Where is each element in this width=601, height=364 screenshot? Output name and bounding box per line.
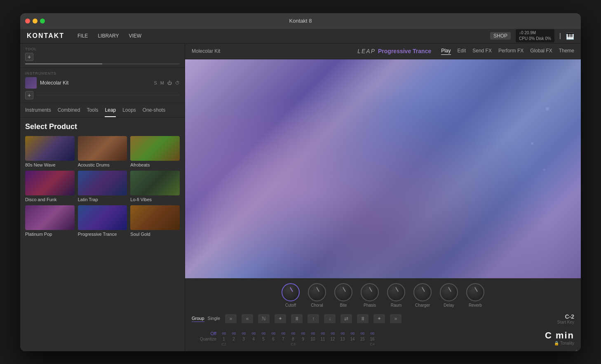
- sidebar-instruments-section: INSTRUMENTS Molecolar Kit S M ⏻ ⏱ +: [20, 68, 185, 103]
- step-8[interactable]: ∞ 8 C3: [289, 330, 297, 346]
- window-title: Kontakt 8: [289, 18, 312, 24]
- maximize-btn[interactable]: [40, 19, 45, 23]
- tab-perform-fx[interactable]: Perform FX: [498, 48, 524, 55]
- group-button[interactable]: Group: [192, 316, 204, 322]
- tab-tools[interactable]: Tools: [87, 107, 98, 117]
- ctrl-waveform[interactable]: ℕ: [258, 314, 270, 323]
- ctrl-pause[interactable]: ⏸: [291, 314, 303, 323]
- reverb-knob[interactable]: [466, 283, 484, 301]
- ctrl-sparkle2[interactable]: ✦: [373, 314, 385, 323]
- menu-file[interactable]: FILE: [77, 33, 88, 39]
- product-80s[interactable]: 80s New Wave: [25, 136, 75, 167]
- instrument-header: Molecolar Kit LEAP Progressive Trance Pl…: [185, 44, 581, 59]
- ctrl-sparkle[interactable]: ✦: [275, 314, 286, 323]
- ctrl-rewind[interactable]: «: [242, 314, 253, 323]
- solo-btn[interactable]: S: [154, 80, 157, 85]
- step-3[interactable]: ∞ 3: [239, 330, 248, 346]
- step-11[interactable]: ∞ 11: [319, 330, 327, 346]
- product-grid: 80s New Wave Acoustic Drums Afrobeats Di…: [25, 136, 180, 237]
- resize-icon[interactable]: ⊿: [574, 348, 578, 351]
- warn-icon: |: [559, 32, 561, 40]
- ctrl-pause2[interactable]: ⏸: [357, 314, 369, 323]
- tonality-label: 🔒 Tonality: [541, 341, 574, 345]
- raum-label: Raum: [391, 303, 402, 308]
- settings-btn[interactable]: ⏱: [175, 80, 180, 85]
- product-afrobeats[interactable]: Afrobeats: [130, 136, 180, 167]
- tab-play[interactable]: Play: [441, 48, 451, 55]
- tab-combined[interactable]: Combined: [58, 107, 80, 117]
- tool-slider[interactable]: [25, 63, 180, 64]
- shop-button[interactable]: SHOP: [490, 32, 511, 40]
- tab-send-fx[interactable]: Send FX: [472, 48, 492, 55]
- close-btn[interactable]: [25, 19, 30, 23]
- step-7[interactable]: ∞ 7: [279, 330, 287, 346]
- power-btn[interactable]: ⏻: [167, 80, 172, 85]
- instrument-add-button[interactable]: +: [25, 91, 33, 99]
- main-content: TOOL + INSTRUMENTS Molecolar Kit S M ⏻ ⏱: [20, 44, 581, 351]
- ctrl-swap[interactable]: ⇄: [340, 314, 352, 323]
- instruments-label: INSTRUMENTS: [25, 71, 180, 75]
- titlebar: Kontakt 8: [20, 13, 581, 29]
- audio-info: ↓0 20.9M: [519, 30, 551, 36]
- seq-labels: Off Quantize: [192, 330, 216, 341]
- product-disco[interactable]: Disco and Funk: [25, 171, 75, 202]
- step-4[interactable]: ∞ 4: [249, 330, 258, 346]
- instrument-add-line: [37, 95, 180, 96]
- menubar: KONTAKT FILE LIBRARY VIEW SHOP ↓0 20.9M …: [20, 29, 581, 44]
- choral-knob[interactable]: [308, 283, 326, 301]
- tab-loops[interactable]: Loops: [122, 107, 136, 117]
- tab-global-fx[interactable]: Global FX: [530, 48, 552, 55]
- delay-knob[interactable]: [440, 283, 458, 301]
- ctrl-up[interactable]: ↑: [308, 314, 319, 323]
- tab-leap[interactable]: Leap: [105, 107, 116, 117]
- product-lofi[interactable]: Lo-fi Vibes: [130, 171, 180, 202]
- choral-label: Choral: [311, 303, 323, 308]
- single-button[interactable]: Single: [208, 316, 221, 322]
- step-12[interactable]: ∞ 12: [329, 330, 337, 346]
- step-13[interactable]: ∞ 13: [338, 330, 347, 346]
- cutoff-label: Cutoff: [285, 303, 296, 308]
- product-progressive[interactable]: Progressive Trance: [78, 205, 127, 237]
- knob-bite: Bite: [334, 283, 352, 308]
- product-latin[interactable]: Latin Trap: [78, 171, 127, 202]
- step-1[interactable]: ∞ 1 C2: [220, 330, 228, 346]
- product-acoustic[interactable]: Acoustic Drums: [78, 136, 127, 167]
- phasis-knob[interactable]: [361, 283, 379, 301]
- tab-theme[interactable]: Theme: [559, 48, 574, 55]
- step-9[interactable]: ∞ 9: [299, 330, 307, 346]
- step-6[interactable]: ∞ 6: [269, 330, 277, 346]
- knob-phasis: Phasis: [361, 283, 379, 308]
- step-2[interactable]: ∞ 2: [230, 330, 238, 346]
- leap-subtitle: Progressive Trance: [378, 48, 431, 54]
- minimize-btn[interactable]: [33, 19, 38, 23]
- nav-tabs: Instruments Combined Tools Leap Loops On…: [20, 103, 185, 117]
- step-16[interactable]: ∞ 16 C4: [368, 330, 376, 346]
- select-product-title: Select Product: [25, 122, 180, 131]
- step-10[interactable]: ∞ 10: [309, 330, 317, 346]
- knobs-row: Cutoff Choral Bite Phasis: [192, 283, 574, 308]
- raum-knob[interactable]: [387, 283, 405, 301]
- menu-view[interactable]: VIEW: [129, 33, 142, 39]
- instrument-add-row: +: [25, 91, 180, 99]
- hero-image: [185, 59, 581, 278]
- charger-knob[interactable]: [413, 283, 432, 301]
- knob-reverb: Reverb: [466, 283, 484, 308]
- tab-edit[interactable]: Edit: [458, 48, 466, 55]
- sidebar-tool-section: TOOL +: [20, 44, 185, 68]
- bite-knob[interactable]: [334, 283, 352, 301]
- traffic-lights: [25, 19, 45, 23]
- step-14[interactable]: ∞ 14: [348, 330, 357, 346]
- menu-library[interactable]: LIBRARY: [98, 33, 119, 39]
- tool-add-button[interactable]: +: [25, 53, 33, 61]
- tab-oneshots[interactable]: One-shots: [143, 107, 165, 117]
- ctrl-forward2[interactable]: »: [390, 314, 401, 323]
- cutoff-knob[interactable]: [282, 283, 300, 301]
- tab-instruments[interactable]: Instruments: [25, 107, 51, 117]
- mute-btn[interactable]: M: [160, 80, 164, 85]
- step-5[interactable]: ∞ 5: [259, 330, 268, 346]
- product-soul[interactable]: Soul Gold: [130, 205, 180, 237]
- product-platinum[interactable]: Platinum Pop: [25, 205, 75, 237]
- ctrl-down[interactable]: ↓: [324, 314, 336, 323]
- step-15[interactable]: ∞ 15: [358, 330, 366, 346]
- ctrl-fast-forward[interactable]: »: [225, 314, 237, 323]
